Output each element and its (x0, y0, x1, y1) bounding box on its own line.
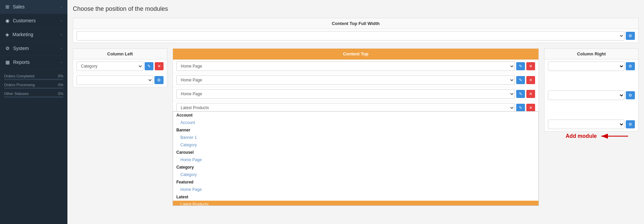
gear-icon: ⚙ (628, 122, 632, 127)
content-top-full-width-select[interactable] (77, 31, 624, 41)
dropdown-item-latest-products-1[interactable]: Latest Products (173, 201, 538, 206)
stat-other-statuses: Other Statuses 0% (4, 92, 63, 98)
content-top-box: Content Top Home Page ✎ ✕ Home Page ✎ ✕ (173, 48, 539, 129)
chevron-right-icon: › (61, 19, 62, 23)
column-left-header: Column Left (73, 49, 167, 59)
sidebar-item-marketing[interactable]: ◈ Marketing › (0, 28, 67, 42)
column-left-remove-button-0[interactable]: ✕ (155, 62, 164, 70)
column-right-section: Column Right ⚙ ⚙ ⚙ (544, 48, 639, 131)
page-title: Choose the position of the modules (73, 5, 639, 13)
content-top-row-0: Home Page ✎ ✕ (173, 59, 538, 73)
sidebar-item-customers[interactable]: ◉ Customers › (0, 14, 67, 28)
minus-icon: ✕ (529, 105, 532, 110)
column-right-rows: ⚙ ⚙ ⚙ (545, 59, 638, 131)
content-top-edit-button-1[interactable]: ✎ (516, 76, 525, 84)
stat-value: 0% (58, 74, 63, 78)
sidebar-item-label: System (13, 46, 29, 51)
content-top-remove-button-3[interactable]: ✕ (526, 104, 535, 112)
stat-value: 0% (58, 83, 63, 87)
sidebar-item-sales[interactable]: ⊞ Sales › (0, 0, 67, 14)
sidebar-item-label: Customers (13, 18, 36, 23)
marketing-icon: ◈ (5, 32, 9, 37)
column-left-gear-button-1[interactable]: ⚙ (154, 76, 164, 84)
content-top-edit-button-2[interactable]: ✎ (516, 90, 525, 98)
pencil-icon: ✎ (519, 105, 522, 110)
gear-icon: ⚙ (157, 78, 161, 82)
sidebar-stats: Orders Completed 0% Orders Processing 0%… (0, 71, 67, 101)
main-content: Choose the position of the modules Conte… (67, 0, 644, 224)
stat-orders-processing: Orders Processing 0% (4, 83, 63, 89)
column-right-gear-button-1[interactable]: ⚙ (626, 91, 635, 99)
column-right-select-1[interactable] (548, 91, 624, 100)
add-module-label: Add module (566, 133, 597, 139)
column-left-section: Column Left Category ✎ ✕ ⚙ (73, 48, 167, 87)
minus-icon: ✕ (529, 64, 532, 69)
stat-orders-completed: Orders Completed 0% (4, 74, 63, 80)
dropdown-item-banner-category[interactable]: Category (173, 141, 538, 149)
column-right-select-0[interactable] (548, 61, 624, 71)
column-right-header: Column Right (545, 49, 638, 59)
pencil-icon: ✎ (519, 92, 522, 96)
content-top-header: Content Top (173, 49, 538, 59)
sidebar: ⊞ Sales › ◉ Customers › ◈ Marketing › ⚙ … (0, 0, 67, 224)
module-columns: Column Left Category ✎ ✕ ⚙ Content Top (73, 48, 639, 131)
column-left-select-1[interactable] (77, 75, 153, 85)
stat-label-text: Orders Completed (4, 74, 34, 78)
stat-value: 0% (58, 92, 63, 96)
chevron-right-icon: › (61, 60, 62, 64)
column-left-row-1: ⚙ (73, 73, 167, 87)
column-right-select-2[interactable] (548, 120, 624, 129)
pencil-icon: ✎ (147, 64, 151, 69)
column-right-row-1: ⚙ (548, 91, 635, 100)
content-top-remove-button-1[interactable]: ✕ (526, 76, 535, 84)
minus-icon: ✕ (529, 78, 532, 82)
module-dropdown[interactable]: Account Account Banner Banner 1 Category… (173, 111, 539, 206)
content-top-select-2[interactable]: Home Page (176, 89, 515, 99)
reports-icon: ▦ (5, 59, 10, 65)
dropdown-item-featured-homepage[interactable]: Home Page (173, 186, 538, 193)
dropdown-item-category-category[interactable]: Category (173, 171, 538, 178)
sidebar-item-label: Reports (13, 59, 30, 65)
chevron-right-icon: › (61, 46, 62, 50)
content-top-select-1[interactable]: Home Page (176, 75, 515, 85)
dropdown-item-carousel-homepage[interactable]: Home Page (173, 156, 538, 164)
content-top-edit-button-3[interactable]: ✎ (516, 104, 525, 112)
system-icon: ⚙ (5, 46, 10, 51)
dropdown-group-latest: Latest (173, 193, 538, 201)
column-right-gear-button-0[interactable]: ⚙ (626, 62, 635, 70)
chevron-right-icon: › (61, 32, 62, 36)
column-left-row-0: Category ✎ ✕ (73, 59, 167, 73)
column-left-edit-button-0[interactable]: ✎ (145, 62, 153, 70)
user-icon: ◉ (5, 18, 9, 23)
dropdown-group-featured: Featured (173, 178, 538, 186)
stat-label-text: Orders Processing (4, 83, 35, 87)
content-top-full-width-gear-button[interactable]: ⚙ (626, 32, 635, 40)
sidebar-item-label: Sales (13, 4, 25, 9)
gear-icon: ⚙ (628, 93, 632, 98)
content-top-select-0[interactable]: Home Page (176, 61, 515, 71)
dropdown-group-carousel: Carousel (173, 149, 538, 156)
gear-icon: ⚙ (628, 64, 632, 69)
column-right-row-0: ⚙ (548, 61, 635, 71)
column-right-gear-button-2[interactable]: ⚙ (626, 120, 635, 128)
column-left-select-0[interactable]: Category (77, 61, 143, 71)
content-top-edit-button-0[interactable]: ✎ (516, 62, 525, 70)
column-right-row-2: ⚙ (548, 120, 635, 129)
add-module-annotation: Add module (566, 132, 630, 140)
content-top-row-1: Home Page ✎ ✕ (173, 73, 538, 87)
chevron-right-icon: › (61, 5, 62, 9)
grid-icon: ⊞ (5, 4, 9, 9)
dropdown-item-banner1[interactable]: Banner 1 (173, 134, 538, 141)
content-top-remove-button-0[interactable]: ✕ (526, 62, 535, 70)
content-top-row-2: Home Page ✎ ✕ (173, 87, 538, 101)
sidebar-item-system[interactable]: ⚙ System › (0, 42, 67, 55)
stat-label-text: Other Statuses (4, 92, 29, 96)
dropdown-group-banner: Banner (173, 126, 538, 134)
sidebar-item-reports[interactable]: ▦ Reports › (0, 55, 67, 69)
dropdown-group-account: Account (173, 111, 538, 119)
content-top-full-width-header: Content Top Full Width (73, 18, 638, 29)
content-top-remove-button-2[interactable]: ✕ (526, 90, 535, 98)
pencil-icon: ✎ (519, 64, 522, 69)
dropdown-group-category: Category (173, 164, 538, 171)
dropdown-item-account[interactable]: Account (173, 119, 538, 126)
